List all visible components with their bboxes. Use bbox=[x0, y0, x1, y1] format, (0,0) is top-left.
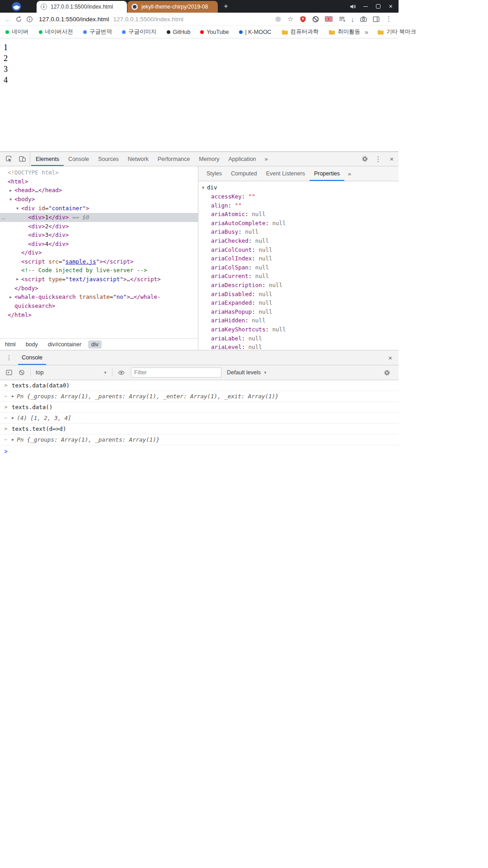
expander-closed-icon[interactable]: ▶ bbox=[12, 392, 14, 400]
console-prompt[interactable]: > bbox=[0, 445, 399, 458]
more-tabs-chevron[interactable]: » bbox=[261, 156, 272, 162]
drawer-menu-icon[interactable]: ⋮ bbox=[0, 354, 18, 361]
property-row[interactable]: ariaLabel: null bbox=[198, 334, 399, 343]
dom-tree-row[interactable]: ▶<script type="text/javascript">…</scrip… bbox=[0, 275, 198, 284]
settings-gear-icon[interactable] bbox=[358, 152, 371, 166]
sidebar-more-tabs-chevron[interactable]: » bbox=[344, 170, 355, 177]
property-row[interactable]: ariaChecked: null bbox=[198, 236, 399, 245]
translate-flag-icon[interactable] bbox=[325, 16, 333, 22]
console-input[interactable]: >texts.text(d=>d) bbox=[0, 424, 399, 434]
property-row[interactable]: ariaLevel: null bbox=[198, 343, 399, 350]
context-selector[interactable]: top ▼ bbox=[33, 369, 110, 376]
devtools-tab-console[interactable]: Console bbox=[64, 152, 94, 166]
breadcrumb-item[interactable]: div#container bbox=[45, 340, 84, 349]
console-result[interactable]: ←▶Pn {_groups: Array(1), _parents: Array… bbox=[0, 434, 399, 445]
console-sidebar-icon[interactable] bbox=[3, 369, 15, 376]
dom-tree-row[interactable]: <html> bbox=[0, 177, 198, 186]
bookmark-link[interactable]: 구글이미지 bbox=[122, 28, 157, 36]
property-row[interactable]: ariaColIndex: null bbox=[198, 254, 399, 263]
property-row[interactable]: ariaAtomic: null bbox=[198, 210, 399, 219]
bookmark-link[interactable]: 네이버 bbox=[5, 28, 29, 36]
dom-tree-row[interactable]: <!-- Code injected by live-server --> bbox=[0, 266, 198, 275]
bookmark-link[interactable]: | K-MOOC bbox=[239, 29, 272, 35]
property-row[interactable]: ariaDescription: null bbox=[198, 281, 399, 290]
expander-closed-icon[interactable]: ▶ bbox=[9, 186, 14, 195]
sidebar-tab-properties[interactable]: Properties bbox=[310, 166, 344, 181]
reading-list-icon[interactable] bbox=[338, 16, 345, 23]
property-row[interactable]: accessKey: "" bbox=[198, 192, 399, 201]
browser-tab[interactable]: jekyll-theme-chirpy/2019-08 bbox=[127, 1, 218, 13]
star-icon[interactable]: ☆ bbox=[287, 15, 293, 23]
maximize-button[interactable] bbox=[375, 4, 381, 9]
expander-open-icon[interactable]: ▼ bbox=[202, 184, 207, 193]
bookmark-folder[interactable]: 취미활동 bbox=[328, 28, 360, 36]
sidebar-toggle-icon[interactable] bbox=[373, 16, 380, 23]
devtools-close-icon[interactable]: × bbox=[385, 152, 399, 166]
bookmark-folder[interactable]: 컴퓨터과학 bbox=[282, 28, 319, 36]
tab-console[interactable]: Console bbox=[18, 350, 46, 365]
dom-tree-row[interactable]: ▶<head>…</head> bbox=[0, 186, 198, 195]
bookmark-link[interactable]: 구글번역 bbox=[83, 28, 112, 36]
capture-icon[interactable] bbox=[360, 16, 367, 23]
close-button[interactable]: × bbox=[387, 3, 394, 10]
reload-icon[interactable] bbox=[15, 16, 22, 23]
site-info-icon[interactable] bbox=[26, 16, 33, 23]
dom-tree-row[interactable]: <div>4</div> bbox=[0, 240, 198, 249]
sidebar-tab-styles[interactable]: Styles bbox=[202, 166, 226, 181]
console-result[interactable]: ←▶Pn {_groups: Array(1), _parents: Array… bbox=[0, 391, 399, 402]
property-row[interactable]: ariaCurrent: null bbox=[198, 272, 399, 281]
drawer-close-icon[interactable]: × bbox=[382, 354, 399, 362]
whale-logo[interactable] bbox=[12, 2, 21, 11]
filter-input[interactable] bbox=[131, 368, 221, 377]
dom-tree-row[interactable]: ▼<div id="container"> bbox=[0, 204, 198, 213]
browser-menu-icon[interactable]: ⋮ bbox=[385, 15, 392, 23]
expander-closed-icon[interactable]: ▶ bbox=[12, 436, 14, 443]
minimize-button[interactable] bbox=[362, 6, 369, 7]
browser-tab[interactable]: 127.0.0.1:5500/index.html bbox=[37, 1, 127, 13]
dom-tree-row[interactable]: </html> bbox=[0, 311, 198, 320]
property-row[interactable]: ariaColCount: null bbox=[198, 245, 399, 255]
sidebar-tab-computed[interactable]: Computed bbox=[226, 166, 262, 181]
properties-root[interactable]: ▼div bbox=[198, 183, 399, 192]
breadcrumb-item[interactable]: body bbox=[23, 340, 41, 349]
log-levels-dropdown[interactable]: Default levels ▼ bbox=[227, 369, 267, 376]
property-row[interactable]: ariaHidden: null bbox=[198, 316, 399, 325]
devtools-tab-network[interactable]: Network bbox=[123, 152, 153, 166]
sidebar-tab-event-listeners[interactable]: Event Listeners bbox=[262, 166, 310, 181]
dom-tree-row[interactable]: </body> bbox=[0, 284, 198, 293]
bookmark-link[interactable]: 네이버사전 bbox=[39, 28, 74, 36]
expander-closed-icon[interactable]: ▶ bbox=[9, 293, 14, 302]
console-input[interactable]: >texts.data() bbox=[0, 402, 399, 413]
dom-tree-row[interactable]: ▼<body> bbox=[0, 195, 198, 204]
dom-tree-row[interactable]: <!DOCTYPE html> bbox=[0, 168, 198, 177]
devtools-tab-sources[interactable]: Sources bbox=[94, 152, 123, 166]
dom-tree-row[interactable]: <div>3</div> bbox=[0, 231, 198, 240]
device-toolbar-icon[interactable] bbox=[15, 152, 29, 166]
dom-tree-row[interactable]: <div>2</div> bbox=[0, 222, 198, 231]
bookmark-link[interactable]: GitHub bbox=[167, 29, 191, 35]
property-row[interactable]: ariaDisabled: null bbox=[198, 290, 399, 299]
property-row[interactable]: ariaHasPopup: null bbox=[198, 307, 399, 316]
new-tab-button[interactable]: + bbox=[218, 0, 234, 13]
expander-open-icon[interactable]: ▼ bbox=[9, 195, 14, 204]
breadcrumb-item[interactable]: div bbox=[88, 340, 102, 349]
devtools-tab-performance[interactable]: Performance bbox=[153, 152, 195, 166]
devtools-tab-elements[interactable]: Elements bbox=[31, 152, 64, 166]
dom-tree-row[interactable]: <script src="sample.js"></script> bbox=[0, 257, 198, 266]
devtools-menu-icon[interactable]: ⋮ bbox=[371, 152, 385, 166]
live-expression-eye-icon[interactable] bbox=[115, 369, 127, 376]
expander-closed-icon[interactable]: ▶ bbox=[12, 414, 14, 422]
property-row[interactable]: ariaExpanded: null bbox=[198, 298, 399, 307]
dom-tree-row[interactable]: </div> bbox=[0, 248, 198, 257]
expander-open-icon[interactable]: ▼ bbox=[16, 204, 21, 213]
property-row[interactable]: ariaColSpan: null bbox=[198, 263, 399, 272]
block-icon[interactable] bbox=[312, 16, 319, 23]
property-row[interactable]: ariaAutoComplete: null bbox=[198, 219, 399, 228]
devtools-tab-application[interactable]: Application bbox=[224, 152, 260, 166]
bookmark-link[interactable]: YouTube bbox=[200, 29, 229, 35]
breadcrumb-item[interactable]: html bbox=[2, 340, 19, 349]
console-result[interactable]: ←▶(4) [1, 2, 3, 4] bbox=[0, 413, 399, 424]
url-text[interactable]: 127.0.0.1:5500/index.html bbox=[39, 16, 109, 23]
extension-icon[interactable] bbox=[275, 16, 282, 23]
back-icon[interactable]: ← bbox=[5, 15, 11, 23]
